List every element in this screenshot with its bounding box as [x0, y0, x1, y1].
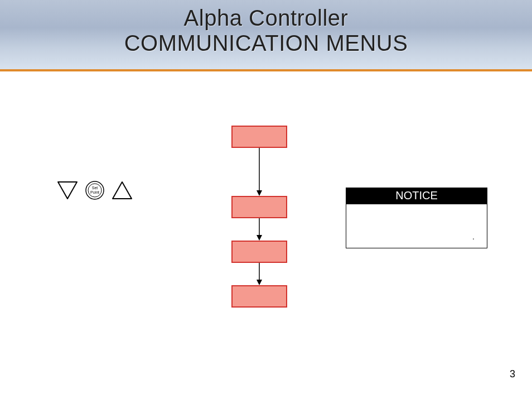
set-point-text-top: Set	[92, 186, 98, 190]
svg-marker-0	[58, 182, 77, 199]
arrow-down-icon	[255, 148, 263, 196]
notice-heading: NOTICE	[346, 188, 487, 204]
control-icons: Set Point	[56, 180, 134, 201]
svg-marker-3	[113, 182, 132, 199]
arrow-down-icon	[255, 218, 263, 241]
arrow-down-icon	[255, 263, 263, 285]
flow-box-4	[231, 285, 287, 308]
notice-dot: .	[472, 232, 475, 241]
svg-marker-5	[257, 190, 262, 196]
flow-box-2	[231, 196, 287, 218]
notice-box: NOTICE .	[346, 188, 487, 248]
slide-title: Alpha Controller COMMUNICATION MENUS	[0, 6, 532, 56]
down-triangle-icon	[56, 180, 79, 201]
set-point-icon: Set Point	[85, 180, 105, 200]
flow-box-3	[231, 241, 287, 263]
page-number: 3	[510, 368, 515, 380]
title-line-2: COMMUNICATION MENUS	[0, 31, 532, 56]
svg-marker-9	[257, 280, 262, 285]
title-line-1: Alpha Controller	[0, 6, 532, 31]
notice-body: .	[346, 204, 487, 248]
svg-marker-7	[257, 235, 262, 241]
flow-box-1	[231, 126, 287, 148]
up-triangle-icon	[110, 180, 134, 201]
set-point-text-bottom: Point	[90, 190, 99, 194]
flow-diagram	[231, 126, 287, 308]
